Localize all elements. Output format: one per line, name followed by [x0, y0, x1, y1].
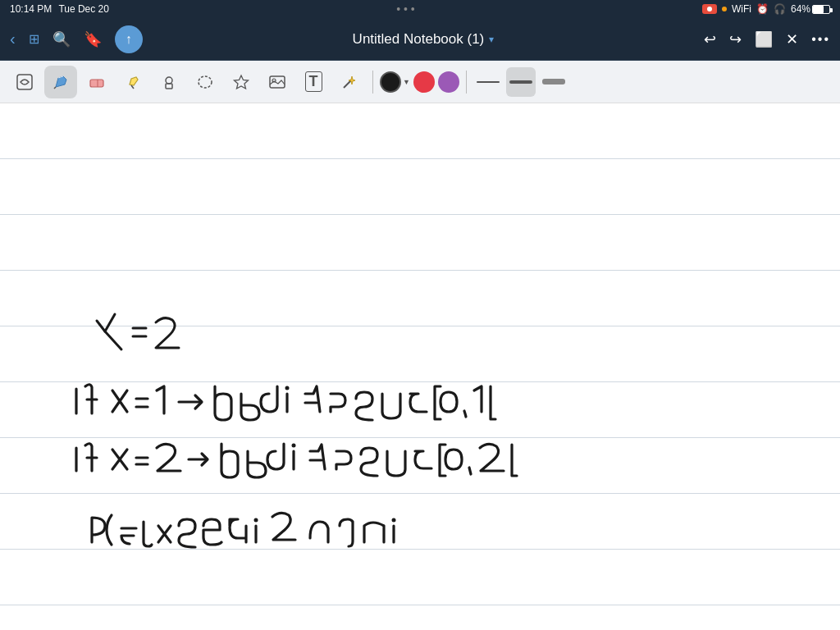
lasso-select-button[interactable] [8, 66, 41, 98]
pen-button[interactable] [44, 66, 77, 98]
svg-rect-6 [166, 84, 172, 89]
record-indicator [702, 4, 717, 14]
canvas-area[interactable] [0, 103, 840, 630]
alarm-icon: ⏰ [756, 3, 769, 15]
record-dot [707, 7, 712, 11]
ruled-line [0, 103, 840, 159]
color-picker-button[interactable]: ▼ [380, 71, 410, 93]
toolbar-separator-1 [372, 71, 373, 94]
star-icon [232, 73, 250, 91]
lasso-icon [16, 73, 34, 91]
wifi-dot [722, 7, 727, 11]
line-thin-icon [477, 81, 500, 83]
nav-bar: ‹ ⊞ 🔍 🔖 ↑ Untitled Notebook (1) ▾ ↩ ↪ ⬜ … [0, 18, 840, 61]
date-display: Tue Dec 20 [58, 3, 109, 15]
line-thick-icon [542, 79, 565, 84]
nav-left: ‹ ⊞ 🔍 🔖 ↑ [10, 25, 143, 53]
shapes-button[interactable] [153, 66, 185, 98]
shapes-icon [160, 73, 178, 91]
ruled-line [0, 438, 840, 494]
eraser-button[interactable] [80, 66, 113, 98]
more-options-button[interactable]: ••• [811, 32, 830, 47]
export-button[interactable]: ⬜ [755, 30, 773, 48]
battery-fill [813, 6, 824, 13]
lasso2-icon [196, 73, 214, 91]
lasso2-button[interactable] [189, 66, 221, 98]
battery-indicator: 64% [791, 3, 830, 15]
svg-point-7 [199, 76, 212, 88]
battery-percent: 64% [791, 3, 810, 15]
svg-marker-12 [349, 76, 355, 84]
ruled-line [0, 550, 840, 605]
wand-icon [340, 73, 358, 91]
text-icon: T [305, 71, 322, 92]
nav-right: ↩ ↪ ⬜ ✕ ••• [704, 30, 830, 48]
close-button[interactable]: ✕ [786, 30, 798, 48]
bookmark-button[interactable]: 🔖 [84, 30, 102, 48]
wand-button[interactable] [333, 66, 366, 98]
toolbar-separator-2 [466, 71, 467, 94]
purple-color-swatch[interactable] [438, 71, 459, 93]
status-right: WiFi ⏰ 🎧 64% [702, 3, 830, 15]
ruled-lines [0, 103, 840, 630]
headphone-icon: 🎧 [774, 3, 786, 15]
line-thick-button[interactable] [539, 67, 568, 97]
back-button[interactable]: ‹ [10, 30, 16, 48]
status-left: 10:14 PM Tue Dec 20 [10, 3, 109, 15]
title-chevron: ▾ [489, 34, 494, 45]
red-color-swatch[interactable] [413, 71, 435, 93]
text-button[interactable]: T [297, 66, 330, 98]
highlighter-icon [124, 73, 142, 91]
svg-marker-8 [235, 75, 249, 89]
highlighter-button[interactable] [116, 66, 149, 98]
pen-icon [52, 73, 70, 91]
svg-line-4 [131, 85, 134, 89]
line-medium-icon [509, 80, 532, 84]
wifi-icon: WiFi [732, 3, 751, 15]
line-medium-button[interactable] [506, 67, 536, 97]
favorites-button[interactable] [225, 66, 258, 98]
toolbar: T ▼ [0, 61, 840, 103]
ruled-line [0, 215, 840, 271]
search-button[interactable]: 🔍 [52, 30, 71, 48]
ruled-line [0, 326, 840, 382]
image-icon [268, 73, 286, 91]
ruled-line [0, 494, 840, 550]
color-dropdown-arrow: ▼ [403, 78, 410, 86]
share-icon: ↑ [126, 32, 132, 47]
eraser-icon [88, 73, 106, 91]
ruled-line [0, 159, 840, 215]
svg-rect-0 [17, 75, 32, 89]
svg-rect-2 [90, 80, 103, 87]
ruled-line [0, 382, 840, 438]
image-button[interactable] [261, 66, 294, 98]
status-bar: 10:14 PM Tue Dec 20 • • • WiFi ⏰ 🎧 64% [0, 0, 840, 18]
apps-button[interactable]: ⊞ [29, 31, 39, 47]
notebook-title: Untitled Notebook (1) [353, 31, 485, 48]
time-display: 10:14 PM [10, 3, 52, 15]
status-center-dots: • • • [396, 2, 414, 16]
svg-point-5 [166, 77, 172, 84]
redo-button[interactable]: ↪ [729, 30, 742, 48]
undo-button[interactable]: ↩ [704, 30, 716, 48]
battery-body [812, 5, 830, 14]
nav-center[interactable]: Untitled Notebook (1) ▾ [353, 31, 495, 48]
line-thin-button[interactable] [473, 67, 503, 97]
ruled-line [0, 271, 840, 326]
black-color-swatch[interactable] [380, 71, 401, 93]
center-ellipsis: • • • [396, 2, 414, 16]
share-button[interactable]: ↑ [115, 25, 143, 53]
